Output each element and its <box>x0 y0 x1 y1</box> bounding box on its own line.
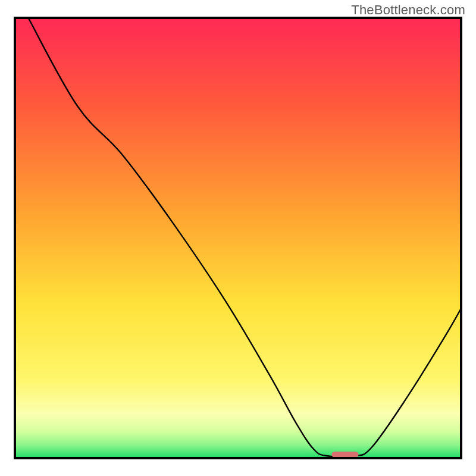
bottleneck-chart: TheBottleneck.com <box>0 0 476 476</box>
chart-svg <box>0 0 476 476</box>
gradient-background <box>15 18 461 458</box>
watermark-text: TheBottleneck.com <box>351 2 465 18</box>
optimal-marker <box>332 452 359 458</box>
